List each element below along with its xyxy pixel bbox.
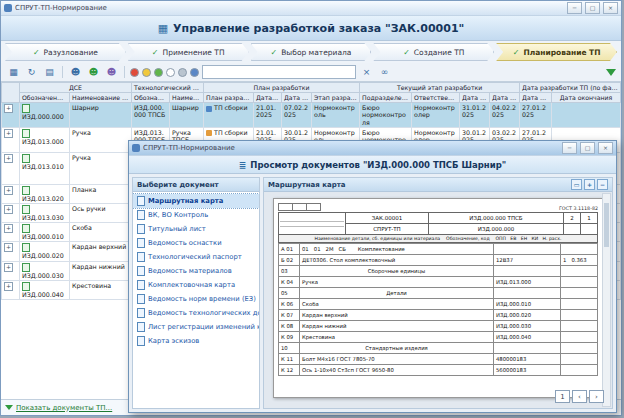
col-header[interactable]: Дата начала xyxy=(520,93,552,103)
col-header[interactable]: Подразделение xyxy=(360,93,412,103)
workflow-step[interactable]: ✓ Создание ТП xyxy=(373,43,494,61)
maximize-icon[interactable]: ▢ xyxy=(585,2,600,14)
col-header[interactable]: Наименование ДСЕ xyxy=(70,93,132,103)
row-extra xyxy=(561,310,598,321)
col-header[interactable]: Дата начала xyxy=(460,93,490,103)
clear-search-icon[interactable]: × xyxy=(359,65,374,80)
scrollbar-thumb[interactable] xyxy=(604,203,609,247)
cell-dse: ИЗД.013.030 xyxy=(20,203,70,222)
workflow-step[interactable]: ✓ Планирование ТП xyxy=(496,43,617,61)
col-header[interactable]: Обозначение ДСЕ xyxy=(20,93,70,103)
preview-scrollbar[interactable] xyxy=(602,193,611,407)
preview-header: Маршрутная карта ▭ + − xyxy=(264,178,612,192)
expand-icon[interactable]: + xyxy=(4,263,13,272)
list-item[interactable]: Ведомость оснастки xyxy=(133,236,259,250)
fit-page-icon[interactable]: ▭ xyxy=(571,179,582,190)
dialog-maximize-icon[interactable]: ▢ xyxy=(580,142,595,154)
list-item[interactable]: Технологический паспорт xyxy=(133,250,259,264)
list-item[interactable]: Ведомость материалов xyxy=(133,264,259,278)
col-header[interactable]: Дата окончания xyxy=(282,93,312,103)
list-item[interactable]: Ведомость технологических документов xyxy=(133,306,259,320)
preview-toolbar: ▭ + − xyxy=(571,179,608,190)
status-red-icon[interactable] xyxy=(130,68,139,77)
document-list-label: ВК, ВО Контроль xyxy=(148,211,208,219)
expand-icon[interactable]: + xyxy=(4,205,13,214)
minimize-icon[interactable]: ─ xyxy=(567,2,582,14)
cell-dse: ИЗД.013.000 xyxy=(20,127,70,152)
expand-icon[interactable]: + xyxy=(4,224,13,233)
row-extra xyxy=(561,332,598,343)
filter-funnel-icon[interactable] xyxy=(606,69,616,76)
col-header[interactable]: Обозначение xyxy=(132,93,170,103)
zoom-out-icon[interactable]: − xyxy=(597,179,608,190)
users-icon[interactable]: ☻ xyxy=(86,65,101,80)
col-header[interactable]: План разработки xyxy=(204,93,254,103)
gost-label: ГОСТ 3.1118-82 xyxy=(559,206,598,211)
row-extra xyxy=(561,277,598,288)
document-list-label: Ведомость технологических документов xyxy=(148,309,259,317)
row-code: К 04 xyxy=(279,277,300,288)
dialog-minimize-icon[interactable]: ─ xyxy=(562,142,577,154)
dialog-close-icon[interactable]: × xyxy=(598,142,613,154)
status-gray-icon[interactable] xyxy=(178,68,187,77)
list-item[interactable]: ВК, ВО Контроль xyxy=(133,208,259,222)
show-tp-documents-link[interactable]: Показать документы ТП... xyxy=(5,404,112,412)
row-extra xyxy=(561,354,598,365)
cell-responsible: Нормоконтролер xyxy=(412,103,460,128)
group-header-dse: ДСЕ xyxy=(20,83,132,93)
status-blue-icon[interactable] xyxy=(190,68,199,77)
status-yellow-icon[interactable] xyxy=(142,68,151,77)
list-item[interactable]: Карта эскизов xyxy=(133,334,259,348)
grid-view-icon[interactable]: ▦ xyxy=(6,65,21,80)
zoom-in-icon[interactable]: + xyxy=(584,179,595,190)
expand-icon[interactable]: + xyxy=(4,154,13,163)
workflow-step[interactable]: ✓ Применение ТП xyxy=(128,43,249,61)
list-item[interactable]: Комплектовочная карта xyxy=(133,278,259,292)
expand-icon[interactable]: + xyxy=(4,186,13,195)
cell-dse-name: Ручка xyxy=(70,152,132,184)
workflow-step[interactable]: ✓ Разузлование xyxy=(5,43,126,61)
row-ref: 560000183 xyxy=(494,365,561,376)
cell-dse-name: Ось ручки xyxy=(70,203,132,222)
document-designation: ИЗД.000.000 ТПСБ xyxy=(429,213,564,224)
prev-page-icon[interactable]: ‹ xyxy=(572,390,587,403)
status-white-icon[interactable] xyxy=(166,68,175,77)
col-header[interactable]: Дата начала xyxy=(254,93,282,103)
document-list-label: Карта эскизов xyxy=(148,337,199,345)
col-header[interactable]: Дата окончания xyxy=(552,93,621,103)
grid-header: ДСЕ Технологический процесс План разрабо… xyxy=(2,83,621,103)
page-navigator: 1 ‹ › xyxy=(555,390,604,403)
user-icon[interactable]: ☻ xyxy=(68,65,83,80)
table-row[interactable]: + ИЗД.000.000 Шарнир ИЗД.000.000 ТПСБ Ша… xyxy=(2,103,621,128)
expand-icon[interactable]: + xyxy=(4,104,13,113)
col-header[interactable]: Этап разработки xyxy=(312,93,360,103)
cell-fact-start: 27.01.2025 xyxy=(520,103,552,128)
next-page-icon[interactable]: › xyxy=(589,390,604,403)
search-input[interactable] xyxy=(202,65,356,79)
expand-icon[interactable]: + xyxy=(4,282,13,291)
print-icon[interactable]: ▤ xyxy=(42,65,57,80)
list-item[interactable]: Маршрутная карта xyxy=(133,194,259,208)
list-item[interactable]: Лист регистрации изменений к ТД xyxy=(133,320,259,334)
status-green-icon[interactable] xyxy=(154,68,163,77)
row-ref: ИЗД.013.000 xyxy=(494,277,561,288)
row-ref xyxy=(494,343,561,354)
col-header[interactable]: Ответственный xyxy=(412,93,460,103)
cell-plan-start: 21.01.2025 xyxy=(254,103,282,128)
close-icon[interactable]: × xyxy=(603,2,618,14)
cell-dse-name: Планка xyxy=(70,184,132,203)
list-item[interactable]: Титульный лист xyxy=(133,222,259,236)
document-preview-area[interactable]: ГОСТ 3.1118-82 ЗАК.00001 ИЗД.000.000 ТПС… xyxy=(264,192,612,408)
workflow-step[interactable]: ✓ Выбор материала xyxy=(251,43,372,61)
binoculars-icon[interactable]: ∞ xyxy=(377,65,392,80)
current-page-box[interactable]: 1 xyxy=(555,390,570,403)
expand-icon[interactable]: + xyxy=(4,243,13,252)
assign-user-icon[interactable]: ☻ xyxy=(104,65,119,80)
col-header[interactable]: Дата окончания xyxy=(490,93,520,103)
expand-icon[interactable]: + xyxy=(4,129,13,138)
list-item[interactable]: Ведомость норм времени (ЕЗ) xyxy=(133,292,259,306)
cell-plan-end: 07.02.2025 xyxy=(282,103,312,128)
col-header[interactable]: Наименование xyxy=(170,93,204,103)
refresh-icon[interactable]: ↻ xyxy=(24,65,39,80)
route-map-row: А 01 01 01 2М СБ Комплектование xyxy=(279,244,598,255)
